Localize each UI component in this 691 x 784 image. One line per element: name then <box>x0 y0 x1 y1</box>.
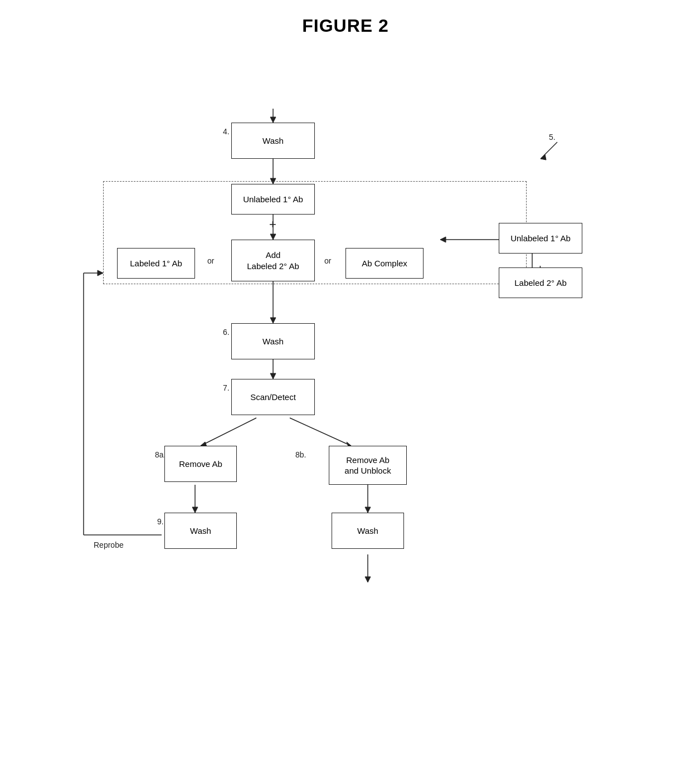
label-step7: 7. <box>223 383 230 392</box>
page: FIGURE 2 <box>0 0 691 784</box>
box-labeled-2ab-right: Labeled 2° Ab <box>499 267 582 298</box>
svg-marker-28 <box>541 154 546 160</box>
svg-marker-15 <box>192 507 198 513</box>
box-wash-right: Wash <box>332 513 404 549</box>
label-step6: 6. <box>223 328 230 337</box>
box-scan-detect: Scan/Detect <box>231 379 315 415</box>
label-reprobe: Reprobe <box>94 540 124 549</box>
svg-line-12 <box>290 418 351 446</box>
box-remove-ab: Remove Ab <box>164 446 237 482</box>
label-or2: or <box>324 256 331 265</box>
box-ab-complex: Ab Complex <box>346 248 424 279</box>
svg-marker-21 <box>98 270 103 276</box>
label-step8b: 8b. <box>295 450 306 459</box>
figure-title: FIGURE 2 <box>0 0 691 36</box>
flowchart: 4. Wash 5. Unlabeled 1° Ab Labeled 1° Ab… <box>0 50 691 780</box>
box-unlabeled-1ab-right: Unlabeled 1° Ab <box>499 223 582 254</box>
svg-marker-17 <box>365 507 371 513</box>
arrows-layer <box>0 50 691 780</box>
label-or1: or <box>207 256 214 265</box>
label-step4: 4. <box>223 127 230 136</box>
svg-line-27 <box>541 142 557 159</box>
svg-marker-7 <box>270 318 276 323</box>
box-remove-ab-unblock: Remove Ab and Unblock <box>329 446 407 485</box>
box-wash-mid: Wash <box>231 323 315 359</box>
svg-marker-23 <box>365 577 371 582</box>
box-wash-left: Wash <box>164 513 237 549</box>
box-add-labeled-2ab: Add Labeled 2° Ab <box>231 240 315 281</box>
box-labeled-1ab: Labeled 1° Ab <box>117 248 195 279</box>
label-plus1: + <box>269 217 276 232</box>
svg-marker-1 <box>270 117 276 123</box>
box-wash-top: Wash <box>231 123 315 159</box>
svg-marker-9 <box>270 373 276 379</box>
box-unlabeled-1ab: Unlabeled 1° Ab <box>231 184 315 215</box>
label-step5: 5. <box>549 133 556 142</box>
label-step9a: 9. <box>157 517 164 526</box>
svg-line-10 <box>201 418 256 446</box>
